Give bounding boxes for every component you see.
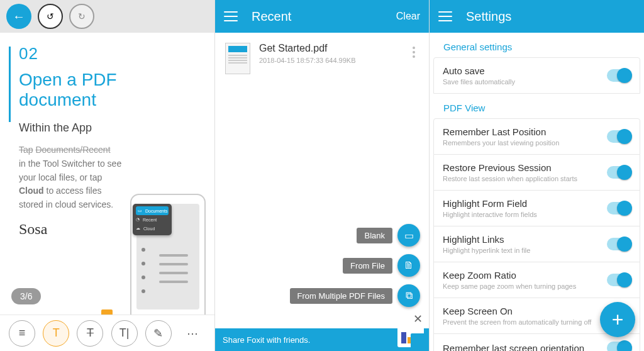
more-icon: ⋯ [187, 326, 198, 340]
settings-title: Settings [466, 9, 511, 24]
undo-icon: ↺ [47, 11, 54, 21]
fab-blank-label: Blank [357, 228, 392, 243]
setting-title: Restore Previous Session [443, 162, 601, 173]
settings-pane: Settings General settings Auto save Save… [430, 0, 644, 351]
accent-bar [9, 47, 11, 122]
phone-illustration: ▭Documents ◔Recent ☁Cloud [130, 194, 206, 332]
back-button[interactable]: ← [6, 4, 31, 29]
setting-toggle[interactable] [607, 130, 631, 143]
close-fab-button[interactable]: ✕ [413, 312, 423, 326]
document-subtitle: Within the App [19, 121, 201, 135]
text-icon: T| [119, 326, 130, 340]
clear-button[interactable]: Clear [396, 11, 420, 22]
file-more-button[interactable] [409, 43, 419, 62]
list-tool[interactable]: ≡ [9, 320, 35, 347]
back-arrow-icon: ← [13, 9, 25, 24]
redo-button[interactable]: ↻ [69, 4, 94, 29]
page-indicator[interactable]: 3/6 [11, 288, 41, 304]
setting-highlight-form-field[interactable]: Highlight Form FieldHighlight interactiv… [433, 191, 640, 226]
setting-restore-previous-session[interactable]: Restore Previous SessionRestore last ses… [433, 155, 640, 191]
setting-subtitle: Prevent the screen from automatically tu… [443, 318, 601, 326]
highlight-tool[interactable]: T [43, 320, 69, 347]
file-icon: 🗎 [404, 260, 414, 271]
document-title: Open a PDF document [19, 70, 201, 110]
fab-multi-label: From Multiple PDF Files [290, 288, 392, 304]
plus-icon: + [612, 308, 624, 332]
phone-menu-popup: ▭Documents ◔Recent ☁Cloud [133, 204, 172, 235]
document-page: 02 Open a PDF document Within the App Ta… [0, 33, 214, 242]
share-banner[interactable]: Share Foxit with friends. [215, 328, 429, 351]
setting-auto-save[interactable]: Auto save Save files automatically [433, 57, 640, 94]
setting-subtitle: Highlight hyperlink text in file [443, 247, 601, 254]
general-section-title: General settings [433, 33, 640, 57]
strikeout-tool[interactable]: T [77, 320, 103, 347]
setting-highlight-links[interactable]: Highlight LinksHighlight hyperlink text … [433, 226, 640, 262]
pdf-viewer-pane: ← ↺ ↻ 02 Open a PDF document Within the … [0, 0, 215, 351]
copy-icon: ⧉ [406, 290, 413, 301]
pdfview-section-title: PDF View [433, 94, 640, 118]
pencil-icon: ✎ [153, 326, 163, 340]
blank-page-icon: ▭ [404, 230, 414, 242]
setting-title: Keep Screen On [443, 306, 601, 316]
menu-button[interactable] [438, 11, 452, 21]
auto-save-toggle[interactable] [607, 69, 631, 82]
file-thumbnail-icon [225, 43, 250, 74]
setting-subtitle: Restore last session when application st… [443, 175, 601, 182]
list-icon: ≡ [19, 326, 26, 340]
setting-toggle[interactable] [607, 238, 631, 250]
menu-button[interactable] [224, 11, 238, 21]
setting-toggle[interactable] [607, 202, 631, 214]
fab-fromfile-label: From File [343, 258, 392, 274]
recent-header: Recent Clear [215, 0, 429, 33]
file-meta: 2018-04-15 18:57:33 644.99KB [259, 57, 356, 64]
settings-header: Settings [430, 0, 644, 33]
recent-title: Recent [252, 9, 291, 24]
setting-toggle[interactable] [607, 274, 631, 286]
editor-topbar: ← ↺ ↻ [0, 0, 214, 33]
setting-title: Remember Last Position [443, 126, 601, 137]
setting-title: Highlight Form Field [443, 198, 601, 209]
setting-title: Keep Zoom Ratio [443, 270, 601, 281]
setting-remember-last-position[interactable]: Remember Last PositionRemembers your las… [433, 118, 640, 155]
highlight-icon: T [53, 326, 60, 340]
setting-subtitle: Remembers your last viewing position [443, 139, 601, 147]
setting-subtitle: Keep same page zoom when turning pages [443, 282, 601, 290]
fab-multi-button[interactable]: ⧉ [397, 284, 420, 307]
fab-blank-button[interactable]: ▭ [397, 224, 420, 247]
setting-title: Highlight Links [443, 234, 601, 245]
redo-icon: ↻ [78, 11, 86, 21]
file-name: Get Started.pdf [259, 43, 356, 54]
setting-subtitle: Highlight interactive form fields [443, 211, 601, 218]
setting-remember-last-screen-orientation[interactable]: Remember last screen orientation [433, 334, 640, 351]
create-fab-menu: Blank ▭ From File 🗎 From Multiple PDF Fi… [290, 224, 420, 307]
recent-file-row[interactable]: Get Started.pdf 2018-04-15 18:57:33 644.… [215, 33, 429, 84]
setting-keep-zoom-ratio[interactable]: Keep Zoom RatioKeep same page zoom when … [433, 262, 640, 298]
setting-subtitle: Save files automatically [443, 78, 601, 86]
setting-title: Auto save [443, 65, 601, 76]
share-app-icon-2 [411, 333, 426, 348]
setting-toggle[interactable] [607, 342, 631, 351]
annotation-toolbar: ≡ T T T| ✎ ⋯ [0, 315, 214, 351]
strike-icon: T [87, 326, 94, 340]
page-number-heading: 02 [19, 44, 201, 64]
text-tool[interactable]: T| [111, 320, 138, 347]
recent-pane: Recent Clear Get Started.pdf 2018-04-15 … [215, 0, 430, 351]
add-fab-button[interactable]: + [600, 302, 635, 337]
pencil-tool[interactable]: ✎ [145, 320, 172, 347]
more-tool[interactable]: ⋯ [179, 320, 206, 347]
setting-toggle[interactable] [607, 166, 631, 179]
undo-button[interactable]: ↺ [38, 4, 63, 29]
document-body: Tap Documents/Recent in the Tool Switche… [19, 143, 126, 211]
setting-title: Remember last screen orientation [443, 343, 601, 352]
fab-fromfile-button[interactable]: 🗎 [397, 254, 420, 277]
share-text: Share Foxit with friends. [223, 335, 310, 345]
